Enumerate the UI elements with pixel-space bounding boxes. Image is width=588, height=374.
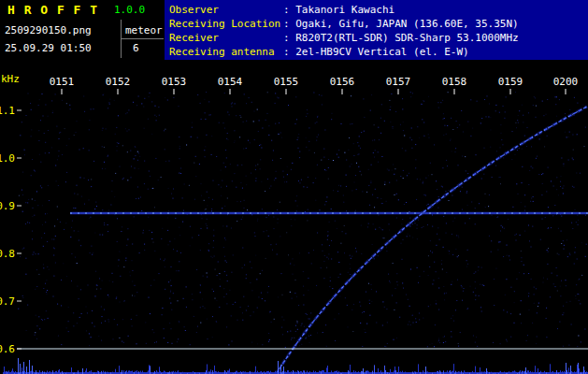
- hrofft-window: H R O F F T 1.0.0 2509290150.png meteor …: [0, 0, 588, 374]
- info-row-receiver: Receiver : R820T2(RTL-SDR) SDR-Sharp 53.…: [169, 31, 588, 45]
- time-tick-label: 0153: [162, 76, 187, 88]
- info-label: Receiving antenna: [169, 45, 283, 59]
- time-tick-label: 0158: [442, 76, 467, 88]
- time-tick-label: 0200: [553, 76, 579, 88]
- app-version: 1.0.0: [114, 4, 145, 16]
- time-tick-label: 0157: [386, 76, 411, 88]
- freq-tick-label: 1.1: [0, 105, 15, 117]
- echo-count: 6: [133, 42, 139, 54]
- info-value: : R820T2(RTL-SDR) SDR-Sharp 53.1000MHz: [283, 31, 519, 45]
- station-info-panel: Observer : Takanori Kawachi Receiving Lo…: [165, 0, 588, 60]
- info-row-location: Receiving Location : Ogaki, Gifu, JAPAN …: [169, 17, 588, 31]
- time-tick-label: 0156: [330, 76, 355, 88]
- info-label: Receiver: [169, 31, 283, 45]
- info-row-antenna: Receiving antenna : 2el-HB9CV Vertical (…: [169, 45, 588, 59]
- freq-tick-label: 0.8: [0, 248, 15, 260]
- info-value: : Takanori Kawachi: [283, 3, 394, 17]
- table-divider-horizontal: [121, 38, 164, 39]
- spectrogram-plot: kHz 0151 0152 0153 0154 0155 0156 0157 0…: [0, 60, 588, 374]
- header-left: H R O F F T 1.0.0 2509290150.png meteor …: [0, 0, 165, 60]
- freq-tick-label: 0.9: [0, 200, 15, 212]
- info-value: : Ogaki, Gifu, JAPAN (136.60E, 35.35N): [283, 17, 519, 31]
- time-tick-label: 0154: [218, 76, 243, 88]
- info-label: Receiving Location: [169, 17, 283, 31]
- observation-timestamp: 25.09.29 01:50: [5, 42, 92, 54]
- output-filename: 2509290150.png: [5, 24, 92, 36]
- info-label: Observer: [169, 3, 283, 17]
- time-tick-label: 0151: [50, 76, 75, 88]
- freq-tick-label: 1.0: [0, 152, 15, 165]
- time-tick-label: 0155: [274, 76, 299, 88]
- freq-axis-unit: kHz: [1, 73, 20, 85]
- info-row-observer: Observer : Takanori Kawachi: [169, 3, 588, 17]
- freq-tick-label: 0.7: [0, 295, 15, 308]
- freq-tick-label: 0.6: [0, 343, 15, 355]
- time-tick-label: 0152: [106, 76, 131, 88]
- info-value: : 2el-HB9CV Vertical (el. E-W): [283, 45, 469, 59]
- time-tick-label: 0159: [498, 76, 523, 88]
- app-title: H R O F F T: [7, 3, 98, 17]
- plot-background: [0, 60, 588, 374]
- observation-mode-label: meteor: [125, 24, 163, 36]
